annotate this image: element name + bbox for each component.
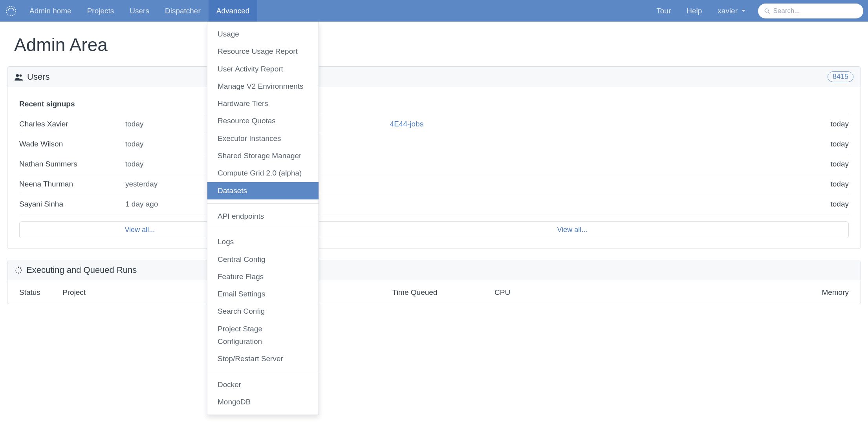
nav-projects[interactable]: Projects bbox=[79, 0, 122, 22]
user-name: Wade Wilson bbox=[19, 140, 125, 148]
nav-user-name: xavier bbox=[718, 7, 738, 15]
svg-point-2 bbox=[16, 74, 19, 77]
executing-runs-panel: Executing and Queued Runs Status Project… bbox=[7, 260, 861, 304]
dropdown-item-feature-flags[interactable]: Feature Flags bbox=[207, 268, 319, 285]
nav-item-label: Advanced bbox=[216, 7, 250, 15]
dropdown-item-label: Manage V2 Environments bbox=[218, 82, 304, 90]
nav-item-label: Admin home bbox=[29, 7, 71, 15]
dropdown-item-label: Datasets bbox=[218, 186, 247, 195]
nav-tour[interactable]: Tour bbox=[648, 0, 679, 22]
advanced-dropdown-menu: Usage Resource Usage Report User Activit… bbox=[207, 22, 319, 311]
dropdown-item-label: Shared Storage Manager bbox=[218, 152, 301, 160]
users-icon bbox=[15, 73, 23, 81]
nav-admin-home[interactable]: Admin home bbox=[22, 0, 79, 22]
dropdown-item-label: Search Config bbox=[218, 307, 265, 311]
top-navbar: Admin home Projects Users Dispatcher Adv… bbox=[0, 0, 868, 22]
dropdown-item-resource-quotas[interactable]: Resource Quotas bbox=[207, 112, 319, 130]
nav-left-group: Admin home Projects Users Dispatcher Adv… bbox=[22, 0, 257, 22]
dropdown-item-label: User Activity Report bbox=[218, 65, 283, 73]
nav-item-label: Users bbox=[130, 7, 149, 15]
nav-item-label: Projects bbox=[87, 7, 114, 15]
dropdown-item-executor-instances[interactable]: Executor Instances bbox=[207, 130, 319, 147]
dropdown-item-label: Resource Quotas bbox=[218, 117, 276, 125]
svg-line-1 bbox=[768, 12, 770, 13]
projects-section-label bbox=[296, 95, 849, 114]
dropdown-item-label: Hardware Tiers bbox=[218, 99, 268, 108]
nav-item-label: Help bbox=[687, 7, 702, 15]
project-time: today bbox=[831, 180, 849, 188]
dropdown-item-label: Usage bbox=[218, 30, 239, 38]
view-all-label: View all... bbox=[557, 226, 587, 234]
project-row: today bbox=[296, 174, 849, 194]
dropdown-item-hardware-tiers[interactable]: Hardware Tiers bbox=[207, 95, 319, 112]
user-signup-time: today bbox=[125, 140, 143, 148]
main-content: Admin Area Users 1621 Recent signups Cha… bbox=[0, 22, 868, 311]
svg-point-5 bbox=[20, 267, 21, 269]
user-name: Charles Xavier bbox=[19, 120, 125, 128]
dropdown-item-email-settings[interactable]: Email Settings bbox=[207, 285, 319, 303]
projects-panel-body: 4E44-jobs today today today today bbox=[284, 87, 861, 249]
nav-item-label: Dispatcher bbox=[165, 7, 201, 15]
user-name: Nathan Summers bbox=[19, 160, 125, 168]
dropdown-item-search-config[interactable]: Search Config bbox=[207, 303, 319, 311]
nav-help[interactable]: Help bbox=[679, 0, 710, 22]
projects-panel: 8415 4E44-jobs today today today bbox=[284, 66, 861, 249]
user-signup-time: 1 day ago bbox=[125, 200, 158, 208]
svg-point-7 bbox=[20, 272, 21, 273]
dropdown-item-logs[interactable]: Logs bbox=[207, 233, 319, 250]
logo-swirl-icon bbox=[5, 5, 17, 17]
projects-view-all-button[interactable]: View all... bbox=[296, 221, 849, 238]
panels-row: Users 1621 Recent signups Charles Xavier… bbox=[7, 66, 861, 249]
dropdown-item-compute-grid-2[interactable]: Compute Grid 2.0 (alpha) bbox=[207, 164, 319, 182]
project-link[interactable]: 4E44-jobs bbox=[390, 120, 424, 128]
dropdown-divider bbox=[207, 229, 319, 229]
svg-point-4 bbox=[18, 267, 19, 268]
dropdown-item-label: Compute Grid 2.0 (alpha) bbox=[218, 169, 302, 177]
project-time: today bbox=[831, 160, 849, 168]
dropdown-item-label: Central Config bbox=[218, 255, 265, 263]
svg-point-0 bbox=[765, 9, 768, 12]
user-signup-time: yesterday bbox=[125, 180, 157, 188]
svg-point-9 bbox=[16, 272, 17, 272]
dropdown-item-shared-storage-manager[interactable]: Shared Storage Manager bbox=[207, 147, 319, 164]
dropdown-item-label: Logs bbox=[218, 238, 234, 246]
dropdown-item-api-endpoints[interactable]: API endpoints bbox=[207, 208, 319, 225]
dropdown-item-label: Executor Instances bbox=[218, 134, 281, 143]
nav-user-menu[interactable]: xavier bbox=[710, 0, 753, 22]
svg-point-8 bbox=[18, 272, 19, 273]
dropdown-item-usage[interactable]: Usage bbox=[207, 26, 319, 43]
executing-runs-header: Executing and Queued Runs bbox=[7, 260, 861, 280]
user-signup-time: today bbox=[125, 160, 143, 168]
col-cpu: CPU bbox=[494, 288, 573, 297]
page-title: Admin Area bbox=[7, 29, 861, 66]
nav-right-group: Tour Help xavier bbox=[648, 0, 868, 22]
project-time: today bbox=[831, 120, 849, 128]
user-name: Neena Thurman bbox=[19, 180, 125, 188]
user-name: Sayani Sinha bbox=[19, 200, 125, 208]
dropdown-item-datasets[interactable]: Datasets bbox=[207, 182, 319, 199]
dropdown-item-user-activity-report[interactable]: User Activity Report bbox=[207, 60, 319, 78]
projects-count-badge: 8415 bbox=[828, 71, 853, 82]
view-all-label: View all... bbox=[125, 226, 155, 234]
executing-runs-title: Executing and Queued Runs bbox=[26, 265, 137, 275]
search-box[interactable] bbox=[758, 4, 863, 18]
nav-users[interactable]: Users bbox=[122, 0, 157, 22]
svg-point-10 bbox=[15, 270, 16, 271]
nav-dispatcher[interactable]: Dispatcher bbox=[157, 0, 209, 22]
dropdown-item-resource-usage-report[interactable]: Resource Usage Report bbox=[207, 43, 319, 60]
col-status: Status bbox=[19, 288, 62, 297]
project-row: today bbox=[296, 194, 849, 214]
dropdown-divider bbox=[207, 203, 319, 204]
nav-advanced[interactable]: Advanced bbox=[209, 0, 258, 22]
project-time: today bbox=[831, 200, 849, 208]
spinner-icon bbox=[15, 266, 22, 274]
col-time-queued: Time Queued bbox=[392, 288, 494, 297]
dropdown-item-central-config[interactable]: Central Config bbox=[207, 251, 319, 268]
chevron-down-icon bbox=[742, 10, 745, 12]
svg-point-6 bbox=[21, 270, 22, 271]
project-time: today bbox=[831, 140, 849, 148]
brand-logo[interactable] bbox=[0, 0, 22, 22]
dropdown-item-manage-v2-environments[interactable]: Manage V2 Environments bbox=[207, 78, 319, 95]
project-row: today bbox=[296, 154, 849, 174]
search-input[interactable] bbox=[773, 7, 857, 15]
